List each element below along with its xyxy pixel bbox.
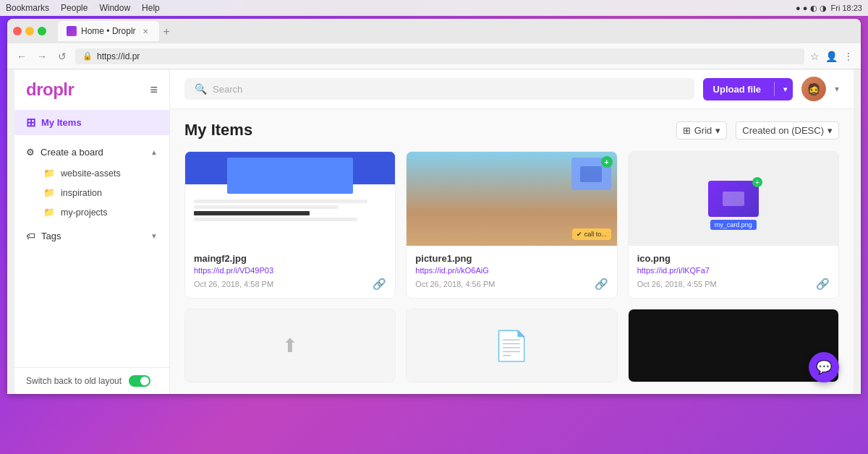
item-date-row: Oct 26, 2018, 4:55 PM 🔗 xyxy=(637,278,830,291)
avatar-image: 🧔 xyxy=(807,82,821,96)
search-icon: 🔍 xyxy=(195,83,207,95)
item-date: Oct 26, 2018, 4:58 PM xyxy=(194,280,273,288)
toggle-label: Switch back to old layout xyxy=(26,376,122,386)
items-grid: maingf2.jpg https://id.pr/i/VD49P03 Oct … xyxy=(184,151,839,382)
ico-preview: + xyxy=(708,181,759,217)
item-name: ico.png xyxy=(637,253,830,264)
board-chevron-up-icon: ▲ xyxy=(150,148,158,156)
sort-label: Created on (DESC) xyxy=(742,125,824,136)
browser-addressbar: ← → ↺ 🔒 https://id.pr ☆ 👤 ⋮ xyxy=(7,43,861,69)
menu-people[interactable]: People xyxy=(61,3,88,13)
menu-bookmarks[interactable]: Bookmarks xyxy=(6,3,49,13)
more-icon[interactable]: ⋮ xyxy=(843,51,854,62)
upload-button-group: Upload file ▾ xyxy=(703,78,793,100)
menu-help[interactable]: Help xyxy=(142,3,160,13)
tags-chevron-down-icon: ▼ xyxy=(150,232,158,240)
content-header: My Items ⊞ Grid ▾ Created on (DESC) ▾ xyxy=(184,121,839,140)
tab-title: Home • Droplr xyxy=(81,26,136,36)
tags-icon: 🏷 xyxy=(26,231,35,241)
item-thumbnail-ico: + my_card.png xyxy=(629,152,838,246)
item-card-colorful[interactable] xyxy=(628,309,839,382)
menubar-icons: ● ● ◐ ◑ xyxy=(796,4,826,13)
item-thumbnail-picture1: + ✔ call to... xyxy=(407,152,616,246)
chat-fab-button[interactable]: 💬 xyxy=(809,352,839,382)
hamburger-menu-icon[interactable]: ≡ xyxy=(150,82,158,98)
items-grid-icon: ⊞ xyxy=(26,116,35,129)
upload-dropdown-button[interactable]: ▾ xyxy=(778,80,793,99)
bookmark-icon[interactable]: ☆ xyxy=(810,51,820,62)
tab-close-icon[interactable]: ✕ xyxy=(140,26,150,36)
sort-button[interactable]: Created on (DESC) ▾ xyxy=(736,121,839,140)
item-card-empty2[interactable]: 📄 xyxy=(406,309,617,382)
close-window-button[interactable] xyxy=(13,27,22,35)
upload-label: Upload file xyxy=(713,84,761,95)
forward-button[interactable]: → xyxy=(35,49,49,64)
grid-view-button[interactable]: ⊞ Grid ▾ xyxy=(676,121,728,140)
sidebar: droplr ≡ ⊞ My Items ⚙ Create a board ▲ 📁 xyxy=(14,69,170,394)
create-board-label: Create a board xyxy=(41,147,103,158)
mac-menubar: Bookmarks People Window Help ● ● ◐ ◑ Fri… xyxy=(0,0,868,16)
chain-link-icon[interactable]: 🔗 xyxy=(816,278,830,291)
board-item-my-projects[interactable]: 📁 my-projects xyxy=(14,202,169,222)
chain-link-icon[interactable]: 🔗 xyxy=(595,278,608,291)
sidebar-nav: ⊞ My Items xyxy=(14,107,169,138)
sidebar-item-my-items[interactable]: ⊞ My Items xyxy=(14,110,169,135)
create-board-header[interactable]: ⚙ Create a board ▲ xyxy=(14,141,169,163)
chat-icon: 💬 xyxy=(816,359,832,375)
board-item-inspiration[interactable]: 📁 inspiration xyxy=(14,183,169,202)
item-name: maingf2.jpg xyxy=(194,253,386,264)
grid-icon: ⊞ xyxy=(683,125,691,136)
upload-file-button[interactable]: Upload file xyxy=(703,78,771,100)
sidebar-item-tags[interactable]: 🏷 Tags ▼ xyxy=(14,225,169,247)
folder-icon: 📁 xyxy=(43,187,55,198)
grid-dropdown-icon: ▾ xyxy=(715,125,720,136)
sort-dropdown-icon: ▾ xyxy=(827,125,833,136)
page-title: My Items xyxy=(184,121,252,140)
new-tab-button[interactable]: + xyxy=(161,22,173,41)
item-info-maingf2: maingf2.jpg https://id.pr/i/VD49P03 Oct … xyxy=(185,246,395,298)
chain-link-icon[interactable]: 🔗 xyxy=(373,278,386,291)
item-link[interactable]: https://id.pr/i/VD49P03 xyxy=(194,266,386,275)
addressbar-right: ☆ 👤 ⋮ xyxy=(810,51,854,62)
item-link[interactable]: https://id.pr/i/lKQFa7 xyxy=(637,266,830,275)
url-text: https://id.pr xyxy=(97,51,140,61)
browser-chrome: Home • Droplr ✕ + ← → ↺ 🔒 https://id.pr … xyxy=(7,19,861,394)
board-icon: ⚙ xyxy=(26,147,35,158)
item-date-row: Oct 26, 2018, 4:58 PM 🔗 xyxy=(194,278,386,291)
back-button[interactable]: ← xyxy=(14,49,29,64)
my-items-label: My Items xyxy=(41,117,82,128)
item-thumbnail-empty1: ⬆ xyxy=(185,309,395,382)
minimize-window-button[interactable] xyxy=(25,27,34,35)
content-area: My Items ⊞ Grid ▾ Created on (DESC) ▾ xyxy=(170,109,854,394)
item-info-ico: ico.png https://id.pr/i/lKQFa7 Oct 26, 2… xyxy=(629,246,838,298)
board-item-website-assets[interactable]: 📁 website-assets xyxy=(14,163,169,183)
item-thumbnail-empty2: 📄 xyxy=(407,309,616,382)
item-date: Oct 26, 2018, 4:55 PM xyxy=(637,280,717,288)
browser-tab-active[interactable]: Home • Droplr ✕ xyxy=(58,21,159,41)
tags-label: Tags xyxy=(41,231,61,241)
old-layout-toggle[interactable] xyxy=(129,375,150,387)
maximize-window-button[interactable] xyxy=(38,27,46,35)
ico-filename-label: my_card.png xyxy=(710,220,757,230)
item-card-empty1[interactable]: ⬆ xyxy=(184,309,396,382)
item-card-picture1[interactable]: + ✔ call to... picture1.png https://id.p… xyxy=(406,151,617,299)
upload-btn-divider xyxy=(774,82,775,96)
search-bar[interactable]: 🔍 Search xyxy=(184,78,694,100)
item-link[interactable]: https://id.pr/i/kO6AiG xyxy=(415,266,608,275)
item-name: picture1.png xyxy=(415,253,608,264)
reload-button[interactable]: ↺ xyxy=(55,49,69,64)
user-icon[interactable]: 👤 xyxy=(825,51,838,62)
tab-favicon xyxy=(67,26,77,36)
tab-bar: Home • Droplr ✕ + xyxy=(58,21,173,41)
main-area: 🔍 Search Upload file ▾ 🧔 ▾ xyxy=(170,69,854,394)
item-card-ico[interactable]: + my_card.png ico.png https://id.pr/i/lK… xyxy=(628,151,839,299)
user-avatar[interactable]: 🧔 xyxy=(801,77,826,101)
menu-window[interactable]: Window xyxy=(99,3,130,13)
url-bar[interactable]: 🔒 https://id.pr xyxy=(75,48,804,64)
item-date-row: Oct 26, 2018, 4:56 PM 🔗 xyxy=(415,278,608,291)
avatar-dropdown-icon[interactable]: ▾ xyxy=(835,84,839,94)
item-card-maingf2[interactable]: maingf2.jpg https://id.pr/i/VD49P03 Oct … xyxy=(184,151,396,299)
item-date: Oct 26, 2018, 4:56 PM xyxy=(415,280,495,288)
item-info-picture1: picture1.png https://id.pr/i/kO6AiG Oct … xyxy=(407,246,616,298)
board-name: website-assets xyxy=(61,168,121,179)
